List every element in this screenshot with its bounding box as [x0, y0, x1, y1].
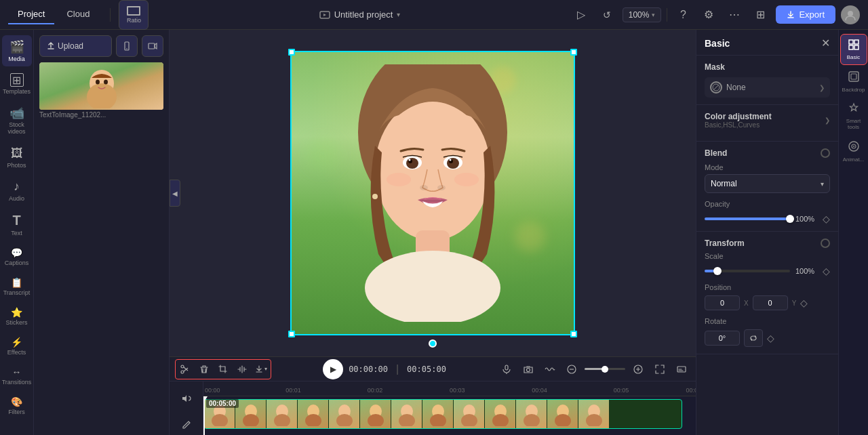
sidebar-item-transitions[interactable]: ↔ Transitions — [2, 362, 32, 390]
scale-keyframe-button[interactable]: ◇ — [823, 266, 830, 276]
more-options-button[interactable]: ⋯ — [724, 5, 745, 25]
project-dropdown-icon[interactable]: ▾ — [397, 11, 400, 18]
blend-mode-chevron: ▾ — [821, 180, 824, 188]
color-adj-subtitle: Basic,HSL,Curves — [705, 121, 772, 129]
sidebar-item-captions[interactable]: 💬 Captions — [2, 243, 32, 270]
face-svg — [344, 64, 521, 322]
filmstrip — [204, 400, 609, 428]
tab-cloud[interactable]: Cloud — [57, 5, 99, 24]
sidebar-item-media[interactable]: 🎬 Media — [2, 35, 32, 66]
position-keyframe-button[interactable]: ◇ — [800, 297, 808, 308]
sidebar-item-effects[interactable]: ⚡ Effects — [2, 333, 32, 360]
settings-button[interactable]: ⚙ — [698, 5, 719, 25]
ruler-mark-4: 00:04 — [532, 387, 547, 394]
color-adj-arrow[interactable]: ❯ — [825, 117, 830, 124]
camera-button[interactable] — [519, 360, 537, 378]
sidebar-item-transcript[interactable]: 📋 Transcript — [2, 273, 32, 300]
microphone-button[interactable] — [498, 360, 515, 378]
rotate-handle[interactable] — [429, 339, 437, 348]
scale-slider-track[interactable] — [705, 270, 790, 272]
export-clip-button[interactable]: ▾ — [252, 360, 271, 379]
sidebar-item-stock[interactable]: 📹 Stockvideos — [2, 102, 32, 140]
right-icon-smart-tools[interactable]: Smarttools — [840, 98, 867, 135]
resize-handle-bl[interactable] — [288, 331, 295, 337]
ratio-button[interactable]: Ratio — [119, 0, 149, 30]
reset-button[interactable]: ↺ — [597, 5, 617, 25]
minus-volume-button[interactable] — [563, 360, 580, 378]
mask-none-icon — [710, 81, 722, 94]
plus-volume-button[interactable] — [629, 360, 647, 378]
svg-point-40 — [305, 414, 321, 426]
timeline-left-panel — [170, 381, 203, 435]
wave-button[interactable] — [541, 360, 559, 378]
volume-slider[interactable] — [585, 360, 625, 378]
video-track[interactable] — [203, 399, 682, 429]
timeline-tracks: 00:05:00 — [203, 396, 696, 435]
media-panel-top: Upload — [39, 35, 163, 57]
sidebar-item-text[interactable]: T Text — [2, 209, 32, 241]
mask-row[interactable]: None ❯ — [705, 77, 830, 98]
transform-header-row: Transform — [705, 239, 830, 248]
transform-radio[interactable] — [821, 239, 830, 248]
transcript-icon: 📋 — [11, 277, 22, 288]
mobile-upload-button[interactable] — [116, 35, 138, 57]
opacity-slider-track[interactable] — [705, 218, 790, 220]
crop-tool-button[interactable] — [214, 360, 233, 379]
user-avatar[interactable] — [841, 5, 860, 24]
right-icon-animat[interactable]: Animat... — [840, 136, 867, 167]
opacity-slider-thumb[interactable] — [786, 215, 794, 223]
blend-mode-select[interactable]: Normal ▾ — [705, 174, 830, 193]
record-button[interactable] — [142, 35, 163, 57]
upload-button[interactable]: Upload — [39, 35, 112, 57]
scale-slider-thumb[interactable] — [713, 267, 722, 275]
position-y-input[interactable]: 0 — [753, 295, 788, 310]
position-x-input[interactable]: 0 — [705, 295, 740, 310]
canvas-image[interactable] — [290, 51, 575, 335]
cut-tool-button[interactable] — [176, 360, 195, 379]
track-volume-icon[interactable] — [170, 381, 203, 415]
panel-close-button[interactable]: ✕ — [821, 37, 830, 49]
export-button[interactable]: Export — [776, 5, 835, 24]
opacity-keyframe-button[interactable]: ◇ — [823, 213, 830, 224]
right-icon-backdrop[interactable]: Backdrop — [840, 66, 867, 97]
delete-tool-button[interactable] — [195, 360, 214, 379]
mic-icon — [502, 365, 511, 374]
rotate-value-input[interactable]: 0° — [705, 331, 740, 346]
color-adj-header[interactable]: Color adjustment Basic,HSL,Curves ❯ — [705, 112, 830, 129]
media-item[interactable]: Added TextToImage_11202... — [39, 62, 163, 119]
play-button[interactable]: ▶ — [323, 359, 343, 379]
track-edit-icon[interactable] — [170, 415, 203, 435]
transform-section: Transform Scale 100% ◇ Position — [696, 232, 838, 354]
subtitle-button[interactable] — [673, 360, 690, 378]
resize-handle-tr[interactable] — [570, 49, 577, 56]
topbar-right: ▷ ↺ 100% ▾ ? ⚙ ⋯ ⊞ Export — [571, 5, 860, 25]
audio-tool-button[interactable] — [233, 360, 252, 379]
sidebar-item-templates[interactable]: ⊞ Templates — [2, 69, 32, 99]
right-icon-basic[interactable]: Basic — [840, 34, 867, 65]
delete-icon — [199, 365, 209, 374]
playhead[interactable] — [203, 396, 205, 435]
zoom-control[interactable]: 100% ▾ — [623, 7, 662, 22]
scale-value: 100% — [795, 267, 817, 275]
mask-section-header[interactable]: Mask — [705, 62, 830, 72]
sidebar-item-filters[interactable]: 🎨 Filters — [2, 392, 32, 419]
collapse-panel-button[interactable]: ◀ — [170, 180, 180, 207]
sidebar-item-audio[interactable]: ♪ Audio — [2, 175, 32, 206]
mask-expand-arrow[interactable]: ❯ — [819, 84, 825, 91]
resize-handle-br[interactable] — [570, 331, 577, 337]
tab-project[interactable]: Project — [8, 5, 54, 24]
fullscreen-icon — [655, 365, 665, 374]
color-adjustment-section: Color adjustment Basic,HSL,Curves ❯ — [696, 105, 838, 142]
sidebar-item-stickers[interactable]: ⭐ Stickers — [2, 303, 32, 330]
mobile-icon — [122, 41, 132, 51]
fullscreen-button[interactable] — [651, 360, 669, 378]
layout-button[interactable]: ⊞ — [750, 5, 770, 25]
rotate-keyframe-button[interactable]: ◇ — [767, 333, 774, 344]
sidebar-item-photos[interactable]: 🖼 Photos — [2, 142, 32, 173]
help-button[interactable]: ? — [673, 5, 693, 25]
blend-radio[interactable] — [821, 148, 830, 158]
preview-play-button[interactable]: ▷ — [571, 5, 591, 25]
resize-handle-tl[interactable] — [288, 49, 295, 56]
rotate-direction-button[interactable] — [744, 329, 763, 347]
backdrop-icon — [848, 70, 860, 85]
